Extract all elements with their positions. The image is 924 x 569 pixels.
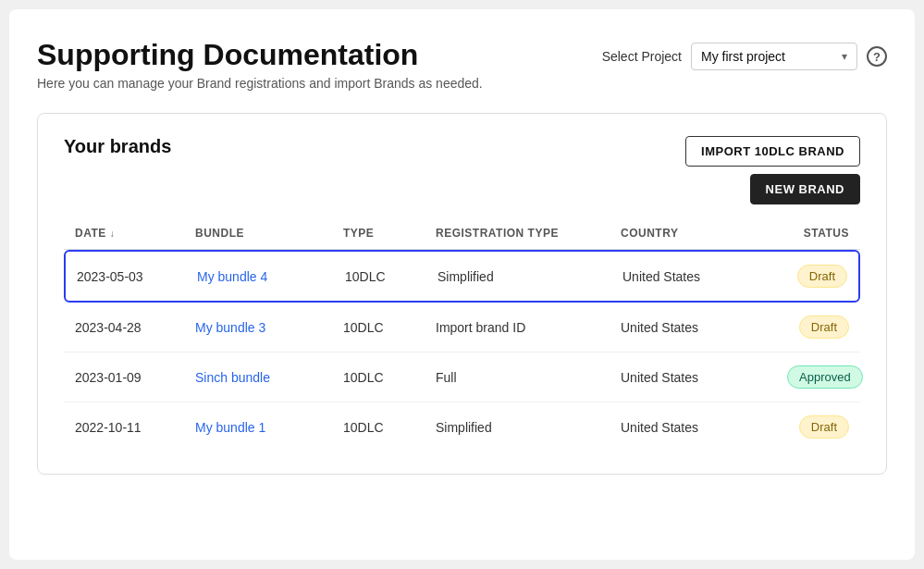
column-header-status: STATUS	[787, 227, 849, 240]
new-brand-button[interactable]: NEW BRAND	[750, 174, 860, 204]
action-buttons: IMPORT 10DLC BRAND NEW BRAND	[685, 136, 860, 204]
status-badge: Draft	[797, 265, 847, 288]
column-header-country: COUNTRY	[621, 227, 787, 240]
cell-bundle[interactable]: Sinch bundle	[195, 370, 343, 385]
cell-type: 10DLC	[343, 370, 436, 385]
cell-country: United States	[622, 269, 789, 284]
cell-date: 2023-01-09	[75, 370, 195, 385]
chevron-down-icon: ▾	[842, 50, 847, 63]
cell-status: Draft	[787, 415, 849, 439]
cell-bundle[interactable]: My bundle 4	[197, 269, 345, 284]
cell-registration-type: Import brand ID	[436, 320, 621, 335]
cell-type: 10DLC	[345, 269, 437, 284]
cell-type: 10DLC	[343, 420, 436, 435]
table-row[interactable]: 2023-05-03 My bundle 4 10DLC Simplified …	[64, 250, 860, 303]
column-header-registration-type: REGISTRATION TYPE	[436, 227, 621, 240]
select-project-label: Select Project	[602, 49, 682, 64]
card-header: Your brands IMPORT 10DLC BRAND NEW BRAND	[64, 136, 860, 204]
import-10dlc-brand-button[interactable]: IMPORT 10DLC BRAND	[685, 136, 860, 167]
cell-date: 2023-05-03	[77, 269, 197, 284]
status-badge: Draft	[799, 415, 849, 439]
page-wrapper: Supporting Documentation Here you can ma…	[9, 9, 915, 560]
sort-icon-date: ↓	[110, 229, 116, 239]
cell-date: 2022-10-11	[75, 420, 195, 435]
status-badge: Draft	[799, 315, 849, 339]
column-header-type: TYPE	[343, 227, 436, 240]
table-row[interactable]: 2023-01-09 Sinch bundle 10DLC Full Unite…	[64, 353, 860, 402]
cell-status: Draft	[789, 265, 847, 288]
cell-registration-type: Simplified	[436, 420, 621, 435]
brands-table: DATE ↓ BUNDLE TYPE REGISTRATION TYPE COU…	[64, 227, 860, 451]
table-body: 2023-05-03 My bundle 4 10DLC Simplified …	[64, 250, 860, 451]
cell-country: United States	[621, 320, 787, 335]
cell-country: United States	[621, 420, 787, 435]
project-select-dropdown[interactable]: My first project ▾	[691, 43, 857, 70]
column-header-date: DATE ↓	[75, 227, 195, 240]
selected-project-value: My first project	[701, 49, 785, 64]
page-subtitle: Here you can manage your Brand registrat…	[37, 76, 483, 91]
column-header-bundle: BUNDLE	[195, 227, 343, 240]
help-icon[interactable]: ?	[867, 46, 887, 67]
brands-card: Your brands IMPORT 10DLC BRAND NEW BRAND…	[37, 113, 887, 475]
cell-status: Draft	[787, 315, 849, 339]
page-title: Supporting Documentation	[37, 37, 483, 72]
header-right: Select Project My first project ▾ ?	[602, 43, 887, 70]
status-badge: Approved	[787, 365, 863, 389]
cell-bundle[interactable]: My bundle 1	[195, 420, 343, 435]
cell-bundle[interactable]: My bundle 3	[195, 320, 343, 335]
page-header: Supporting Documentation Here you can ma…	[37, 37, 887, 91]
cell-registration-type: Simplified	[437, 269, 622, 284]
cell-country: United States	[621, 370, 787, 385]
table-row[interactable]: 2022-10-11 My bundle 1 10DLC Simplified …	[64, 402, 860, 451]
cell-type: 10DLC	[343, 320, 436, 335]
card-title: Your brands	[64, 136, 171, 157]
table-header: DATE ↓ BUNDLE TYPE REGISTRATION TYPE COU…	[64, 227, 860, 250]
cell-date: 2023-04-28	[75, 320, 195, 335]
table-row[interactable]: 2023-04-28 My bundle 3 10DLC Import bran…	[64, 303, 860, 353]
header-left: Supporting Documentation Here you can ma…	[37, 37, 483, 91]
cell-registration-type: Full	[436, 370, 621, 385]
cell-status: Approved	[787, 365, 863, 389]
